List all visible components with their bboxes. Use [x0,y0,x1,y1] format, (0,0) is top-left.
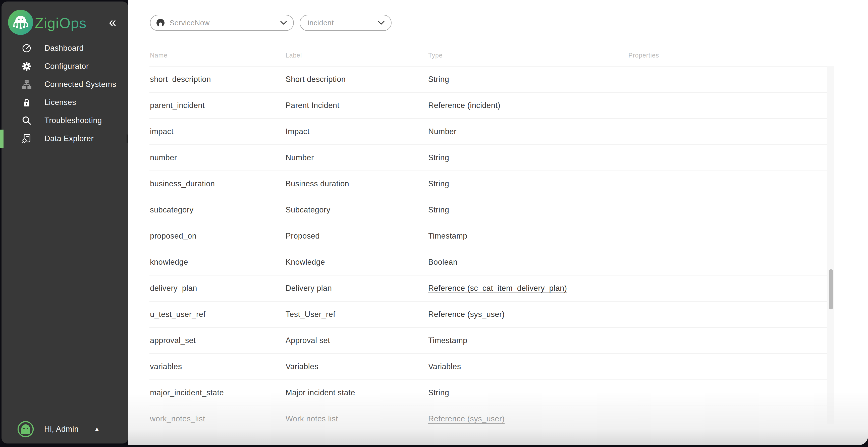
gear-icon [22,61,32,71]
caret-up-icon: ▲ [94,425,100,433]
cell-label: Variables [285,362,428,371]
zigiops-logo-icon [8,10,33,35]
app-window: ZigiOps « Dashboard Configurator [0,0,868,445]
brand-header: ZigiOps « [1,8,128,39]
cell-type: Reference (sys_user) [428,310,628,319]
cell-label: Subcategory [285,205,428,215]
sidebar: ZigiOps « Dashboard Configurator [1,1,128,444]
table-row: number Number String [149,145,827,171]
sidebar-item-label: Licenses [44,98,76,107]
cell-type: String [428,179,628,188]
sidebar-item-licenses[interactable]: Licenses [1,93,128,111]
sidebar-nav: Dashboard Configurator [1,39,128,148]
type-reference-link[interactable]: Reference (sc_cat_item_delivery_plan) [428,284,567,293]
cell-type: Reference (sys_user) [428,414,628,423]
cell-name: variables [150,362,285,371]
table-row: u_test_user_ref Test_User_ref Reference … [149,301,827,328]
column-header-label: Label [285,52,428,59]
cell-label: Approval set [285,336,428,345]
cell-type: Reference (incident) [428,101,628,110]
user-greeting: Hi, Admin [44,425,79,434]
sidebar-item-label: Data Explorer [44,134,94,143]
cell-name: major_incident_state [150,388,285,397]
table-row: short_description Short description Stri… [149,67,827,93]
cell-label: Impact [285,127,428,136]
cell-type: Timestamp [428,231,628,241]
table-row: work_notes_list Work notes list Referenc… [149,406,827,424]
user-avatar [17,421,34,438]
table-row: knowledge Knowledge Boolean [149,249,827,276]
brand-name: ZigiOps [35,14,87,31]
table-row: business_duration Business duration Stri… [149,171,827,197]
cell-label: Parent Incident [285,101,428,110]
servicenow-logo-icon [156,18,165,27]
cell-name: short_description [150,75,285,84]
cell-name: number [150,153,285,162]
cell-name: business_duration [150,179,285,188]
sidebar-item-label: Configurator [44,62,89,71]
fields-table: short_description Short description Stri… [149,66,827,424]
active-indicator-bar [0,130,3,148]
user-menu-button[interactable]: Hi, Admin ▲ [1,420,128,438]
cell-type: String [428,205,628,215]
cell-name: work_notes_list [150,414,285,423]
column-header-name: Name [150,52,285,59]
table-row: impact Impact Number [149,119,827,145]
cell-label: Major incident state [285,388,428,397]
type-reference-link[interactable]: Reference (sys_user) [428,310,504,319]
table-row: proposed_on Proposed Timestamp [149,223,827,249]
cell-label: Number [285,153,428,162]
cell-name: proposed_on [150,231,285,241]
cell-label: Delivery plan [285,284,428,293]
table-row: approval_set Approval set Timestamp [149,328,827,354]
sidebar-item-label: Connected Systems [44,80,116,89]
cell-type: Number [428,127,628,136]
cell-name: impact [150,127,285,136]
table-row: variables Variables Variables [149,354,827,380]
entity-dropdown-value: incident [308,19,378,27]
type-reference-link[interactable]: Reference (sys_user) [428,414,504,423]
type-reference-link[interactable]: Reference (incident) [428,101,500,110]
cell-type: Variables [428,362,628,371]
cell-type: String [428,75,628,84]
cell-name: knowledge [150,258,285,267]
entity-dropdown[interactable]: incident [300,15,392,31]
vertical-scrollbar[interactable] [827,66,834,424]
chevron-down-icon [280,21,287,25]
cell-name: subcategory [150,205,285,215]
system-dropdown[interactable]: ServiceNow [150,15,294,31]
sidebar-item-configurator[interactable]: Configurator [1,57,128,75]
sidebar-item-connected-systems[interactable]: Connected Systems [1,75,128,93]
cell-name: parent_incident [150,101,285,110]
cell-label: Proposed [285,231,428,241]
toolbar: ServiceNow incident [128,0,868,45]
data-explorer-icon [22,134,32,143]
cell-type: Boolean [428,258,628,267]
cell-name: u_test_user_ref [150,310,285,319]
cell-label: Test_User_ref [285,310,428,319]
cell-label: Knowledge [285,258,428,267]
table-row: major_incident_state Major incident stat… [149,380,827,406]
sidebar-item-label: Dashboard [44,44,84,53]
cell-name: approval_set [150,336,285,345]
table-row: delivery_plan Delivery plan Reference (s… [149,276,827,301]
sidebar-item-troubleshooting[interactable]: Troubleshooting [1,111,128,130]
cell-label: Business duration [285,179,428,188]
cell-type: Reference (sc_cat_item_delivery_plan) [428,284,628,293]
column-header-type: Type [428,52,628,59]
column-header-properties: Properties [628,52,827,59]
cell-label: Short description [285,75,428,84]
cell-type: String [428,388,628,397]
cell-type: Timestamp [428,336,628,345]
cell-label: Work notes list [285,414,428,423]
chevron-down-icon [378,21,384,25]
sidebar-item-dashboard[interactable]: Dashboard [1,39,128,57]
cell-type: String [428,153,628,162]
table-row: subcategory Subcategory String [149,197,827,223]
sidebar-item-label: Troubleshooting [44,116,102,125]
table-header: Name Label Type Properties [149,48,827,63]
sidebar-item-data-explorer[interactable]: Data Explorer [1,130,128,148]
sidebar-collapse-button[interactable]: « [105,14,120,30]
scrollbar-thumb[interactable] [829,269,833,309]
connected-systems-icon [22,79,32,89]
